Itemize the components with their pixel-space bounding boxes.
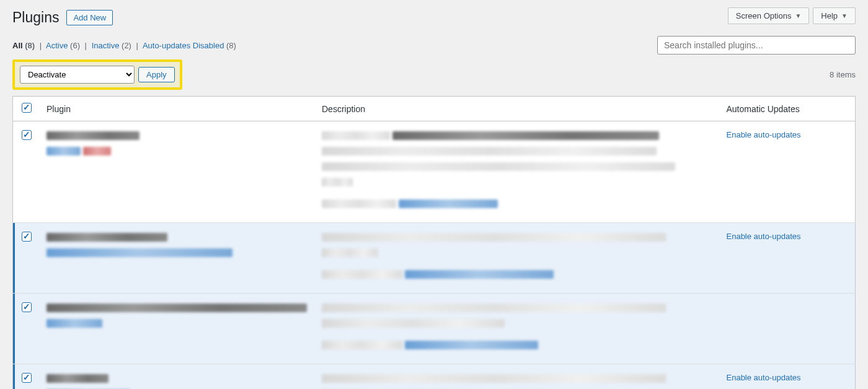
filter-auto-updates-disabled[interactable]: Auto-updates Disabled (8) [143, 41, 236, 50]
apply-button[interactable]: Apply [138, 67, 175, 82]
plugins-table: Plugin Description Automatic Updates Ena… [12, 96, 856, 389]
help-button[interactable]: Help ▼ [813, 7, 856, 24]
table-row [13, 294, 856, 364]
table-row: Enable auto-updates [13, 121, 856, 223]
redacted-text [405, 270, 554, 279]
col-description[interactable]: Description [314, 97, 719, 121]
redacted-text [322, 319, 505, 328]
page-title: Plugins [12, 9, 59, 26]
redacted-text [46, 131, 140, 140]
table-row: Enable auto-updates [13, 223, 856, 294]
enable-auto-updates-link[interactable]: Enable auto-updates [727, 373, 801, 382]
redacted-text [322, 131, 390, 140]
bulk-action-select[interactable]: Deactivate [20, 66, 135, 84]
redacted-text [322, 233, 666, 242]
redacted-text [322, 270, 402, 279]
search-input[interactable] [657, 36, 856, 55]
chevron-down-icon: ▼ [795, 12, 801, 19]
redacted-text [46, 147, 81, 155]
redacted-text [322, 374, 666, 383]
redacted-text [46, 304, 307, 312]
redacted-text [322, 178, 353, 186]
redacted-text [405, 341, 538, 349]
col-plugin[interactable]: Plugin [39, 97, 314, 121]
redacted-text [322, 304, 666, 312]
row-checkbox[interactable] [22, 232, 32, 242]
row-checkbox[interactable] [22, 373, 32, 383]
table-row: Enable auto-updates [13, 364, 856, 390]
redacted-text [46, 233, 167, 242]
redacted-text [322, 147, 657, 155]
add-new-button[interactable]: Add New [66, 10, 113, 25]
help-label: Help [821, 11, 838, 20]
redacted-text [322, 341, 402, 349]
redacted-text [46, 319, 102, 328]
filter-inactive[interactable]: Inactive (2) [92, 41, 131, 50]
enable-auto-updates-link[interactable]: Enable auto-updates [727, 130, 801, 139]
redacted-text [83, 147, 111, 155]
redacted-text [392, 131, 659, 140]
screen-options-label: Screen Options [736, 11, 792, 20]
redacted-text [46, 374, 108, 383]
filter-all[interactable]: All (8) [12, 41, 35, 50]
items-count: 8 items [830, 70, 856, 79]
chevron-down-icon: ▼ [841, 12, 848, 19]
redacted-text [322, 199, 396, 208]
screen-options-button[interactable]: Screen Options ▼ [728, 7, 810, 24]
select-all-checkbox[interactable] [22, 103, 32, 113]
bulk-actions-highlight: Deactivate Apply [12, 59, 182, 90]
row-checkbox[interactable] [22, 130, 32, 140]
redacted-text [322, 162, 675, 171]
filter-active[interactable]: Active (6) [46, 41, 80, 50]
redacted-text [46, 248, 232, 257]
col-auto-updates[interactable]: Automatic Updates [719, 97, 856, 121]
redacted-text [322, 248, 378, 257]
enable-auto-updates-link[interactable]: Enable auto-updates [727, 232, 801, 241]
row-checkbox[interactable] [22, 302, 32, 312]
filter-tabs: All (8) | Active (6) | Inactive (2) | Au… [12, 41, 236, 50]
redacted-text [399, 199, 498, 208]
